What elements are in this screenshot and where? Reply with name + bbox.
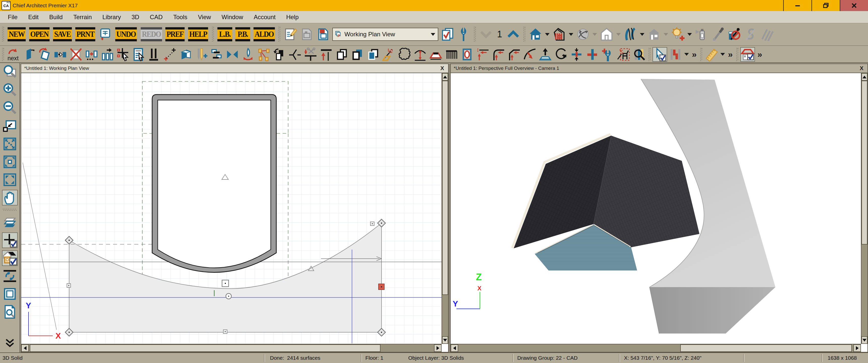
toolbar-grip[interactable]	[700, 48, 702, 61]
convert-to-solid-icon[interactable]	[178, 47, 193, 62]
zoom-icon[interactable]	[2, 65, 18, 80]
camera-vertical-scrollbar[interactable]	[861, 73, 868, 344]
arc-elevation-icon[interactable]	[413, 47, 428, 62]
export-gray-icon[interactable]	[300, 27, 314, 42]
dimension-tools-button[interactable]	[704, 47, 719, 62]
toolbar-grip[interactable]	[523, 27, 525, 42]
menu-edit[interactable]: Edit	[23, 11, 44, 23]
intersect-bars-icon[interactable]	[585, 47, 599, 62]
toolbar-grip[interactable]	[212, 27, 214, 42]
doll-house-view-icon[interactable]	[552, 27, 566, 42]
active-layer-options-icon[interactable]	[440, 27, 455, 42]
dimension-caret-icon[interactable]	[720, 53, 725, 56]
floor-down-icon[interactable]	[479, 27, 493, 42]
wall-niche-icon[interactable]	[460, 47, 474, 62]
scroll-left-button[interactable]	[21, 344, 29, 352]
menu-window[interactable]: Window	[216, 11, 248, 23]
plan-vscroll-thumb[interactable]	[442, 81, 448, 295]
zoom-out-icon[interactable]	[2, 100, 18, 116]
roof-tools-button[interactable]	[740, 47, 755, 62]
plan-horizontal-scrollbar[interactable]	[21, 344, 441, 352]
settings-wrench-icon[interactable]	[457, 27, 471, 42]
rotate-view-icon[interactable]	[554, 47, 568, 62]
help-button[interactable]: HELP	[188, 27, 208, 41]
open-object-icon[interactable]	[22, 47, 36, 62]
dimension-expand-chevrons[interactable]: »	[726, 50, 734, 59]
camera-vscroll-thumb[interactable]	[862, 81, 868, 244]
menu-3d[interactable]: 3D	[126, 11, 145, 23]
doll-house-caret-icon[interactable]	[569, 33, 573, 36]
delete-icon[interactable]	[69, 47, 83, 62]
fillet-corner-icon[interactable]	[491, 47, 506, 62]
menu-tools[interactable]: Tools	[168, 11, 192, 23]
match-properties-icon[interactable]	[616, 47, 631, 62]
menu-view[interactable]: View	[193, 11, 217, 23]
zoom-in-icon[interactable]	[2, 82, 18, 98]
free-rotate-icon[interactable]	[37, 47, 52, 62]
wall-structure[interactable]	[152, 95, 276, 272]
copy-icon[interactable]	[335, 47, 349, 62]
orbit-camera-icon[interactable]	[576, 27, 590, 42]
spray-tool-icon[interactable]	[694, 27, 709, 42]
menu-library[interactable]: Library	[97, 11, 126, 23]
fill-window-building-only-icon[interactable]	[2, 154, 18, 170]
scroll-right-button[interactable]	[854, 344, 861, 352]
add-to-library-icon[interactable]	[194, 47, 209, 62]
toolbar-grip[interactable]	[3, 209, 17, 211]
section-caret-icon[interactable]	[663, 33, 668, 36]
place-column-icon[interactable]	[147, 47, 161, 62]
walkthrough-caret-icon[interactable]	[640, 33, 645, 36]
plan-hscroll-thumb[interactable]	[30, 344, 380, 352]
break-line-icon[interactable]	[288, 47, 302, 62]
new-button[interactable]: NEW	[7, 27, 26, 41]
redo-button[interactable]: REDO	[141, 27, 162, 41]
toolbar-grip[interactable]	[474, 27, 476, 42]
plan-vertical-scrollbar[interactable]	[441, 73, 448, 344]
raise-elevation-icon[interactable]	[538, 47, 553, 62]
camera-view-icon[interactable]	[528, 27, 543, 42]
sticky-mode-icon[interactable]	[116, 47, 130, 62]
polyline-solid-icon[interactable]	[429, 47, 443, 62]
edge-dimension-icon[interactable]	[475, 47, 490, 62]
extend-objects-icon[interactable]	[319, 47, 334, 62]
toolbar-grip[interactable]	[649, 48, 651, 61]
scroll-right-button[interactable]	[434, 344, 441, 352]
revision-cloud-icon[interactable]	[397, 47, 412, 62]
menu-build[interactable]: Build	[44, 11, 68, 23]
save-button[interactable]: SAVE	[53, 27, 72, 41]
plan-canvas[interactable]: 38'-4"	[21, 73, 441, 343]
replace-from-library-icon[interactable]	[84, 47, 99, 62]
more-tools-chevron[interactable]	[2, 335, 18, 351]
undo-zoom-icon[interactable]	[2, 118, 18, 134]
scroll-down-button[interactable]	[442, 336, 448, 344]
select-objects-button[interactable]	[652, 47, 667, 62]
camera-pane-close-icon[interactable]: X	[859, 65, 865, 72]
preferences-button[interactable]: PREF	[165, 27, 184, 41]
layer-display-options-icon[interactable]	[2, 214, 18, 230]
center-objects-icon[interactable]	[225, 47, 240, 62]
elevation-caret-icon[interactable]	[616, 33, 621, 36]
camera-pane-titlebar[interactable]: *Untitled 1: Perspective Full Overview -…	[451, 64, 868, 73]
layout-pb-button[interactable]: P.B.	[235, 27, 250, 41]
lights-caret-icon[interactable]	[687, 33, 692, 36]
add-lights-icon[interactable]	[671, 27, 685, 42]
adjust-materials-icon[interactable]	[711, 27, 725, 42]
fix-wall-connections-icon[interactable]	[600, 47, 615, 62]
camera-horizontal-scrollbar[interactable]	[451, 344, 861, 352]
show-components-icon[interactable]	[210, 47, 224, 62]
cross-section-icon[interactable]	[647, 27, 661, 42]
plan-pane-close-icon[interactable]: X	[439, 65, 445, 72]
refresh-display-icon[interactable]	[2, 268, 18, 284]
railing-icon[interactable]	[444, 47, 459, 62]
reverse-layers-icon[interactable]	[272, 47, 287, 62]
plan-pane-titlebar[interactable]: *Untitled 1: Working Plan View X	[21, 64, 448, 73]
remove-materials-icon[interactable]	[727, 27, 742, 42]
scroll-down-button[interactable]	[862, 336, 868, 344]
snap-settings-toggle[interactable]	[2, 232, 18, 248]
undo-button[interactable]: UNDO	[115, 27, 137, 41]
connect-cad-segments-icon[interactable]	[256, 47, 271, 62]
elevation-view-icon[interactable]	[599, 27, 614, 42]
menu-account[interactable]: Account	[248, 11, 281, 23]
send-to-layout-icon[interactable]	[98, 27, 113, 42]
open-button[interactable]: OPEN	[29, 27, 50, 41]
